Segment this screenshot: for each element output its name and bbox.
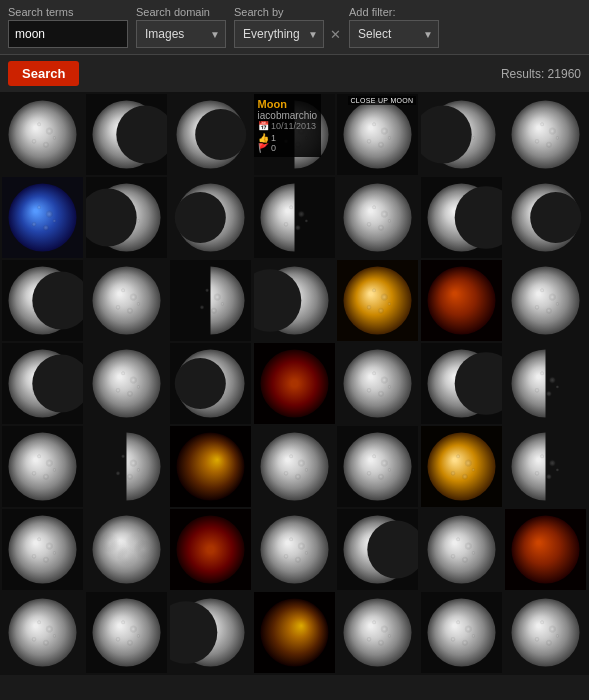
moon-image-22 (86, 343, 167, 424)
grid-cell-34[interactable] (505, 426, 586, 507)
grid-cell-0[interactable] (2, 94, 83, 175)
grid-cell-21[interactable] (2, 343, 83, 424)
moon-image-41 (505, 509, 586, 590)
grid-cell-7[interactable] (2, 177, 83, 258)
moon-image-28 (2, 426, 83, 507)
grid-cell-9[interactable] (170, 177, 251, 258)
grid-cell-36[interactable] (86, 509, 167, 590)
moon-image-40 (421, 509, 502, 590)
clear-button[interactable]: ✕ (330, 27, 341, 42)
grid-cell-10[interactable] (254, 177, 335, 258)
grid-cell-44[interactable] (170, 592, 251, 673)
moon-image-39 (337, 509, 418, 590)
grid-cell-42[interactable] (2, 592, 83, 673)
grid-cell-25[interactable] (337, 343, 418, 424)
moon-image-6 (505, 94, 586, 175)
moon-image-23 (170, 343, 251, 424)
grid-cell-29[interactable] (86, 426, 167, 507)
moon-image-15 (86, 260, 167, 341)
grid-cell-23[interactable] (170, 343, 251, 424)
moon-image-10 (254, 177, 335, 258)
moon-image-27 (505, 343, 586, 424)
moon-image-30 (170, 426, 251, 507)
grid-cell-32[interactable] (337, 426, 418, 507)
search-domain-label: Search domain (136, 6, 226, 18)
grid-cell-13[interactable] (505, 177, 586, 258)
grid-cell-45[interactable] (254, 592, 335, 673)
results-count: Results: 21960 (501, 67, 581, 81)
moon-image-21 (2, 343, 83, 424)
moon-image-32 (337, 426, 418, 507)
moon-image-37 (170, 509, 251, 590)
moon-image-24 (254, 343, 335, 424)
moon-image-18 (337, 260, 418, 341)
moon-image-8 (86, 177, 167, 258)
moon-image-45 (254, 592, 335, 673)
moon-image-34 (505, 426, 586, 507)
grid-cell-39[interactable] (337, 509, 418, 590)
grid-cell-31[interactable] (254, 426, 335, 507)
moon-image-43 (86, 592, 167, 673)
moon-image-38 (254, 509, 335, 590)
moon-image-1 (86, 94, 167, 175)
grid-cell-40[interactable] (421, 509, 502, 590)
grid-cell-28[interactable] (2, 426, 83, 507)
add-filter-label: Add filter: (349, 6, 439, 18)
grid-cell-4[interactable]: CLOSE UP MOON (337, 94, 418, 175)
toolbar: Search Results: 21960 (0, 55, 589, 92)
search-terms-label: Search terms (8, 6, 128, 18)
moon-image-7 (2, 177, 83, 258)
moon-image-47 (421, 592, 502, 673)
grid-cell-22[interactable] (86, 343, 167, 424)
close-up-label: CLOSE UP MOON (348, 96, 417, 105)
grid-cell-19[interactable] (421, 260, 502, 341)
grid-cell-15[interactable] (86, 260, 167, 341)
grid-cell-48[interactable] (505, 592, 586, 673)
moon-image-3 (254, 94, 335, 175)
grid-cell-1[interactable] (86, 94, 167, 175)
grid-cell-46[interactable] (337, 592, 418, 673)
grid-cell-47[interactable] (421, 592, 502, 673)
moon-image-46 (337, 592, 418, 673)
search-terms-input[interactable] (8, 20, 128, 48)
moon-image-2 (170, 94, 251, 175)
moon-image-20 (505, 260, 586, 341)
search-button[interactable]: Search (8, 61, 79, 86)
moon-image-14 (2, 260, 83, 341)
search-header: Search terms Search domain Images Videos… (0, 0, 589, 55)
grid-cell-18[interactable] (337, 260, 418, 341)
moon-image-42 (2, 592, 83, 673)
add-filter-group: Add filter: Select Date Equipment ▼ (349, 6, 439, 48)
grid-cell-11[interactable] (337, 177, 418, 258)
grid-cell-24[interactable] (254, 343, 335, 424)
moon-image-25 (337, 343, 418, 424)
moon-image-16 (170, 260, 251, 341)
grid-cell-16[interactable] (170, 260, 251, 341)
grid-cell-20[interactable] (505, 260, 586, 341)
search-by-select[interactable]: Everything Title Tags (234, 20, 324, 48)
grid-cell-38[interactable] (254, 509, 335, 590)
moon-image-48 (505, 592, 586, 673)
grid-cell-33[interactable] (421, 426, 502, 507)
moon-image-0 (2, 94, 83, 175)
grid-cell-30[interactable] (170, 426, 251, 507)
moon-image-33 (421, 426, 502, 507)
grid-cell-37[interactable] (170, 509, 251, 590)
grid-cell-14[interactable] (2, 260, 83, 341)
grid-cell-41[interactable] (505, 509, 586, 590)
grid-cell-43[interactable] (86, 592, 167, 673)
grid-cell-8[interactable] (86, 177, 167, 258)
grid-cell-5[interactable] (421, 94, 502, 175)
moon-image-29 (86, 426, 167, 507)
grid-cell-3[interactable]: Moon iacobmarchio 📅 10/11/2013 👍 1🚩 0 (254, 94, 335, 175)
grid-cell-12[interactable] (421, 177, 502, 258)
grid-cell-17[interactable] (254, 260, 335, 341)
grid-cell-35[interactable] (2, 509, 83, 590)
grid-cell-6[interactable] (505, 94, 586, 175)
grid-cell-2[interactable] (170, 94, 251, 175)
moon-image-12 (421, 177, 502, 258)
add-filter-select[interactable]: Select Date Equipment (349, 20, 439, 48)
search-domain-select[interactable]: Images Videos All (136, 20, 226, 48)
grid-cell-27[interactable] (505, 343, 586, 424)
grid-cell-26[interactable] (421, 343, 502, 424)
